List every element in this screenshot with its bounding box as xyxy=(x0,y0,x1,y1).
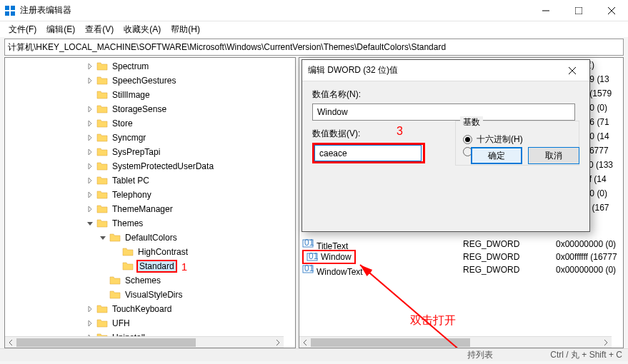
expander-icon[interactable] xyxy=(85,76,95,86)
tree-item-touchkeyboard[interactable]: TouchKeyboard xyxy=(5,302,295,316)
ok-button[interactable]: 确定 xyxy=(471,147,522,164)
folder-icon xyxy=(109,275,121,285)
tree-item-themes[interactable]: Themes xyxy=(5,216,295,231)
expander-icon[interactable] xyxy=(85,90,95,100)
tree-item-defaultcolors[interactable]: DefaultColors xyxy=(5,231,295,245)
annotation-3: 3 xyxy=(397,125,403,138)
folder-icon xyxy=(96,118,108,128)
tree-item-ufh[interactable]: UFH xyxy=(5,316,295,330)
tree-item-systemprotecteduserdata[interactable]: SystemProtectedUserData xyxy=(5,159,295,173)
tree-item-store[interactable]: Store xyxy=(5,116,295,131)
svg-text:011: 011 xyxy=(309,251,318,261)
expander-icon[interactable] xyxy=(85,204,95,214)
folder-icon xyxy=(96,76,108,86)
list-hscrollbar[interactable] xyxy=(299,336,612,348)
value-type: REG_DWORD xyxy=(463,265,556,275)
minimize-button[interactable] xyxy=(529,0,562,21)
expander-icon[interactable] xyxy=(111,247,121,257)
scroll-left-icon[interactable] xyxy=(299,337,311,348)
tree-item-stillimage[interactable]: StillImage xyxy=(5,88,295,102)
data-field[interactable] xyxy=(314,145,422,161)
tree-label: SystemProtectedUserData xyxy=(111,161,215,172)
tree-item-storagesense[interactable]: StorageSense xyxy=(5,102,295,116)
scroll-left-icon[interactable] xyxy=(5,337,16,348)
tree-label: UFH xyxy=(111,318,131,329)
tree-item-highcontrast[interactable]: HighContrast xyxy=(5,245,295,259)
expander-icon[interactable] xyxy=(85,304,95,314)
tree-label: StorageSense xyxy=(111,103,168,115)
titlebar: 注册表编辑器 xyxy=(0,0,628,21)
scroll-right-icon[interactable] xyxy=(272,337,284,348)
tree-item-spectrum[interactable]: Spectrum xyxy=(5,59,295,74)
expander-icon[interactable] xyxy=(85,118,95,128)
expander-icon[interactable] xyxy=(85,161,95,171)
tree-label: Themes xyxy=(111,218,144,229)
list-row-window[interactable]: 011WindowREG_DWORD0x00ffffff (16777 xyxy=(302,251,620,263)
folder-icon xyxy=(96,204,108,214)
list-row-titletext[interactable]: 011TitleTextREG_DWORD0x00000000 (0) xyxy=(302,238,620,251)
radio-icon xyxy=(463,135,472,144)
window-title: 注册表编辑器 xyxy=(20,4,529,16)
expander-icon[interactable] xyxy=(85,218,95,228)
tree-item-schemes[interactable]: Schemes xyxy=(5,273,295,288)
menu-help[interactable]: 帮助(H) xyxy=(166,22,204,37)
tree-item-telephony[interactable]: Telephony xyxy=(5,188,295,202)
folder-icon xyxy=(96,90,108,100)
value-name: WindowText xyxy=(317,267,363,277)
folder-icon xyxy=(96,161,108,171)
address-bar[interactable]: 计算机\HKEY_LOCAL_MACHINE\SOFTWARE\Microsof… xyxy=(4,39,624,56)
tree-item-speechgestures[interactable]: SpeechGestures xyxy=(5,74,295,88)
expander-icon[interactable] xyxy=(85,133,95,143)
expander-icon[interactable] xyxy=(111,261,121,271)
menu-file[interactable]: 文件(F) xyxy=(4,22,41,37)
tree-item-syspreptapi[interactable]: SysPrepTapi xyxy=(5,145,295,159)
folder-icon xyxy=(96,190,108,200)
address-text: 计算机\HKEY_LOCAL_MACHINE\SOFTWARE\Microsof… xyxy=(8,41,446,54)
expander-icon[interactable] xyxy=(85,176,95,186)
radio-hex[interactable]: 十六进制(H) xyxy=(463,133,572,146)
expander-icon[interactable] xyxy=(85,190,95,200)
value-data: 0x00000000 (0) xyxy=(556,265,620,275)
dialog-close-button[interactable] xyxy=(561,60,584,81)
expander-icon[interactable] xyxy=(85,61,95,71)
folder-icon xyxy=(122,261,134,271)
expander-icon[interactable] xyxy=(85,318,95,328)
svg-rect-0 xyxy=(5,6,9,10)
list-row-windowtext[interactable]: 011WindowTextREG_DWORD0x00000000 (0) xyxy=(302,263,620,276)
menu-favorites[interactable]: 收藏夹(A) xyxy=(119,22,165,37)
expander-icon[interactable] xyxy=(98,275,108,285)
tree-item-standard[interactable]: Standard1 xyxy=(5,259,295,273)
dword-icon: 011 xyxy=(302,238,314,249)
maximize-button[interactable] xyxy=(562,0,595,21)
expander-icon[interactable] xyxy=(98,233,108,243)
folder-icon xyxy=(96,218,108,228)
name-field[interactable]: Window xyxy=(312,103,575,121)
folder-icon xyxy=(122,247,134,257)
expander-icon[interactable] xyxy=(85,147,95,157)
tree-item-visualstyledirs[interactable]: VisualStyleDirs xyxy=(5,288,295,302)
value-type: REG_DWORD xyxy=(463,252,556,262)
cancel-button[interactable]: 取消 xyxy=(528,147,579,164)
expander-icon[interactable] xyxy=(85,104,95,114)
expander-icon[interactable] xyxy=(98,290,108,300)
tree-item-tablet-pc[interactable]: Tablet PC xyxy=(5,173,295,188)
folder-icon xyxy=(109,290,121,300)
tree-label: Tablet PC xyxy=(111,175,151,186)
statusbar: 持列表 Ctrl / 丸 + Shift + C xyxy=(0,348,628,361)
value-data: 0x00ffffff (16777 xyxy=(556,252,620,262)
scroll-right-icon[interactable] xyxy=(600,337,612,348)
tree-item-syncmgr[interactable]: Syncmgr xyxy=(5,131,295,145)
dialog-title: 编辑 DWORD (32 位)值 xyxy=(308,64,561,76)
menu-edit[interactable]: 编辑(E) xyxy=(42,22,79,37)
tree-hscrollbar[interactable] xyxy=(5,336,284,348)
dword-icon: 011 xyxy=(306,251,318,263)
close-button[interactable] xyxy=(595,0,628,21)
tree-label: Syncmgr xyxy=(111,132,147,143)
folder-icon xyxy=(109,233,121,243)
tree-item-thememanager[interactable]: ThemeManager xyxy=(5,202,295,216)
value-data: 0x00000000 (0) xyxy=(556,239,620,249)
value-name: Window xyxy=(321,252,352,262)
annotation-1: 1 xyxy=(181,261,187,273)
tree-label: StillImage xyxy=(111,89,151,101)
menu-view[interactable]: 查看(V) xyxy=(81,22,118,37)
